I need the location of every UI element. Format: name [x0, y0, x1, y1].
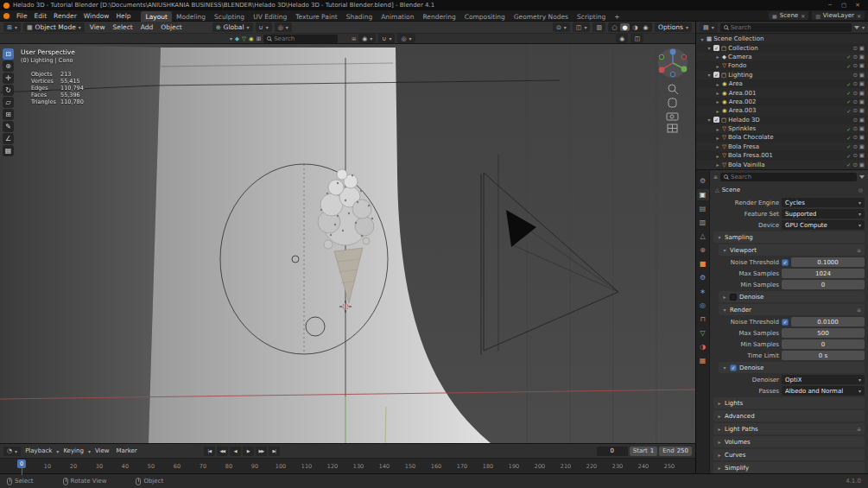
hide-in-viewport-icon[interactable]: ⊙ — [852, 162, 857, 168]
minimize-button[interactable]: ─ — [823, 2, 837, 9]
next-keyframe-button[interactable]: ▶▶ — [256, 447, 267, 456]
snap-toggle[interactable]: ∪ ▾ — [256, 22, 272, 32]
noise-threshold-field[interactable]: 0.1000 — [791, 257, 865, 267]
menu-file[interactable]: File — [13, 12, 31, 20]
passes-dropdown[interactable]: Albedo and Normal ▾ — [782, 386, 865, 396]
chevron-right-icon[interactable]: ▸ — [715, 98, 720, 105]
collection-checkbox[interactable]: ✓ — [713, 45, 719, 51]
outliner-row-bola-fresa[interactable]: ▸ ▽ Bola Fresa ✓ ⊙ ▣ — [696, 143, 868, 151]
menu-keying[interactable]: Keying — [60, 447, 86, 454]
item-label[interactable]: Bola Chocolate — [728, 134, 774, 141]
viewlayer-selector[interactable]: ▥ ViewLayer ✕ — [812, 11, 865, 20]
min-samples-field[interactable]: 0 — [782, 280, 865, 289]
section-simplify[interactable]: ▸ Simplify — [713, 462, 865, 473]
noise-threshold-field[interactable]: 0.0100 — [791, 317, 865, 326]
chevron-down-icon[interactable]: ▾ — [230, 35, 232, 41]
disable-in-render-icon[interactable]: ▣ — [859, 90, 865, 97]
outliner-row-scene-collection[interactable]: ▾ ▦ Scene Collection — [696, 35, 868, 43]
subsection-viewport-denoise[interactable]: ▸ ✓ Denoise — [719, 291, 865, 302]
item-label[interactable]: Lighting — [728, 72, 752, 79]
chevron-right-icon[interactable]: ▸ — [715, 135, 720, 141]
item-label[interactable]: Bola Vainilla — [728, 162, 765, 168]
disable-in-render-icon[interactable]: ▣ — [859, 143, 865, 150]
outliner-row-lighting[interactable]: ▾ ✓ ▢ Lighting ⊙ ▣ — [696, 71, 868, 79]
tab-world-properties[interactable]: ⊕ — [697, 244, 709, 256]
workspace-tab-layout[interactable]: Layout — [141, 11, 172, 22]
frame-start-field[interactable]: Start 1 — [630, 447, 658, 456]
proportional-editing-toggle[interactable]: ◎ ▾ — [275, 22, 292, 32]
play-button[interactable]: ▶ — [243, 447, 254, 456]
frame-end-field[interactable]: End 250 — [659, 447, 692, 456]
disable-in-render-icon[interactable]: ▣ — [859, 125, 865, 132]
chevron-right-icon[interactable]: ▸ — [715, 162, 720, 168]
disable-in-render-icon[interactable]: ▣ — [859, 80, 865, 87]
tab-physics-properties[interactable]: ◎ — [697, 300, 709, 311]
shading-solid-button[interactable]: ● — [620, 23, 630, 31]
play-reverse-button[interactable]: ◀ — [230, 447, 241, 456]
chevron-right-icon[interactable]: ▸ — [715, 126, 720, 132]
3d-viewport[interactable]: ⊡ ⊕ ✛ ↻ ▱ ⊞ ✎ ∠ ▦ User Perspective (0) L… — [0, 44, 695, 443]
timeline-editor-button[interactable]: ◔ ▾ — [3, 447, 21, 456]
collection-checkbox[interactable]: ✓ — [713, 117, 719, 123]
hide-in-viewport-icon[interactable]: ⊙ — [852, 80, 857, 87]
maximize-button[interactable]: ▢ — [837, 2, 851, 9]
shading-wireframe-button[interactable]: ○ — [610, 23, 619, 31]
menu-edit[interactable]: Edit — [31, 12, 51, 20]
menu-render[interactable]: Render — [50, 12, 80, 20]
properties-search[interactable] — [720, 173, 857, 181]
visibility-dropdown[interactable]: ⊙ ▾ — [553, 22, 570, 32]
filter-icon[interactable] — [859, 175, 865, 179]
chevron-right-icon[interactable]: ▸ — [715, 108, 720, 114]
scale-tool[interactable]: ▱ — [3, 97, 14, 108]
outliner-row-sprinkles[interactable]: ▸ ▽ Sprinkles ✓ ⊙ ▣ — [696, 124, 868, 133]
hide-in-viewport-icon[interactable]: ⊙ — [852, 107, 857, 114]
overlays-toggle[interactable]: ◫ ▾ — [573, 22, 591, 32]
outliner-row-helado-3d[interactable]: ▾ ✓ ▢ Helado 3D ⊙ ▣ — [696, 116, 868, 124]
tab-scene-properties[interactable]: △ — [697, 231, 709, 242]
timeline-ruler[interactable]: 0 0 10 20 30 40 50 60 70 80 90 100 110 1… — [0, 458, 695, 473]
menu-select[interactable]: Select — [111, 23, 136, 31]
chevron-down-icon[interactable]: ▾ — [862, 24, 865, 30]
clipboard-icon[interactable]: ⊞ — [352, 35, 356, 41]
filter-icon[interactable] — [854, 26, 859, 29]
workspace-tab-scripting[interactable]: Scripting — [573, 11, 610, 22]
section-light-paths[interactable]: ▸ Light Paths ≡ — [713, 423, 865, 434]
section-sampling[interactable]: ▾ Sampling — [713, 231, 865, 243]
item-label[interactable]: Collection — [728, 45, 758, 52]
chevron-right-icon[interactable]: ▸ — [715, 81, 720, 87]
outliner-row-area-002[interactable]: ▸ ◉ Area.002 ✓ ⊙ ▣ — [696, 98, 868, 106]
tab-render-properties[interactable]: ▣ — [697, 189, 709, 200]
max-samples-field[interactable]: 500 — [782, 328, 865, 338]
disable-in-render-icon[interactable]: ▣ — [859, 62, 865, 69]
workspace-tab-texture-paint[interactable]: Texture Paint — [291, 11, 341, 22]
chevron-right-icon[interactable]: ▸ — [715, 143, 720, 149]
chevron-down-icon[interactable]: ▾ — [706, 117, 712, 123]
noise-threshold-checkbox[interactable]: ✓ — [782, 319, 789, 326]
disable-in-render-icon[interactable]: ▣ — [859, 45, 865, 52]
filter-light-icon[interactable]: ◉ — [249, 35, 254, 42]
disable-in-render-icon[interactable]: ▣ — [859, 117, 865, 124]
device-dropdown[interactable]: GPU Compute ▾ — [782, 220, 865, 230]
section-lights[interactable]: ▸ Lights — [713, 397, 865, 409]
pin-icon[interactable]: ◎ — [858, 187, 863, 193]
annotate-tool[interactable]: ✎ — [3, 121, 14, 132]
hide-in-viewport-icon[interactable]: ⊙ — [852, 72, 857, 79]
menu-view[interactable]: View — [87, 23, 108, 31]
min-samples-field[interactable]: 0 — [782, 339, 865, 349]
hide-in-viewport-icon[interactable]: ⊙ — [852, 98, 857, 105]
disable-in-render-icon[interactable]: ▣ — [859, 72, 865, 79]
item-label[interactable]: Area.003 — [729, 107, 757, 114]
section-curves[interactable]: ▸ Curves — [713, 449, 865, 460]
menu-tl-view[interactable]: View — [92, 447, 112, 454]
playhead[interactable]: 0 — [17, 459, 26, 468]
current-frame-field[interactable]: 0 — [597, 447, 628, 456]
section-advanced[interactable]: ▸ Advanced — [713, 410, 865, 421]
tab-modifier-properties[interactable]: ⚙ — [697, 272, 709, 283]
remove-viewlayer-icon[interactable]: ✕ — [857, 13, 861, 19]
denoiser-dropdown[interactable]: OptiX ▾ — [782, 375, 865, 384]
hide-in-viewport-icon[interactable]: ⊙ — [852, 90, 857, 97]
snap-with-dropdown[interactable]: ∪ ▾ — [378, 34, 395, 43]
subsection-viewport[interactable]: ▾ Viewport ≡ — [719, 244, 865, 256]
collection-checkbox[interactable]: ✓ — [713, 72, 719, 78]
denoise-checkbox[interactable]: ✓ — [730, 294, 737, 301]
